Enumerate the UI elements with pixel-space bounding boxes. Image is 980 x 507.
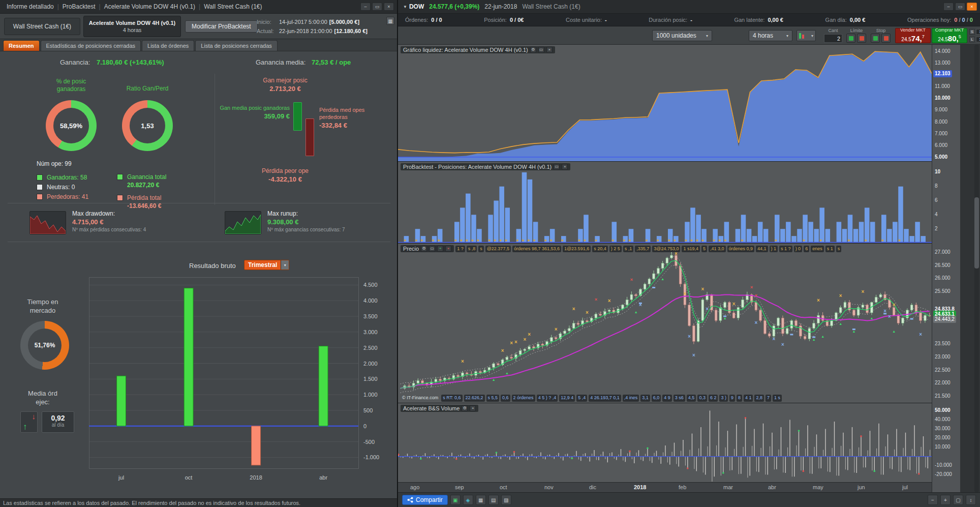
axis-label: 50.000 (935, 407, 951, 414)
svg-text:▲: ▲ (492, 378, 496, 381)
tab-lista-de-rdenes[interactable]: Lista de órdenes (142, 40, 194, 51)
account-tab[interactable]: Wall Street Cash (1€) (4, 18, 80, 35)
svg-text:▲: ▲ (892, 330, 896, 333)
titlebar-tab[interactable]: Wall Street Cash (1€) (200, 3, 265, 10)
order-chip: s 5,5 (486, 395, 500, 402)
grid-icon[interactable]: ▦ (476, 495, 486, 505)
sell-stop-button[interactable] (881, 34, 891, 43)
price-axis[interactable]: 14.00013.00012.10311.00010.0009.0008.000… (932, 45, 960, 492)
fullscreen-icon[interactable]: ▢ (953, 495, 963, 505)
svg-text:1.500: 1.500 (363, 376, 378, 382)
chart-style-select[interactable]: ▾ (797, 30, 816, 41)
positions-panel-header: ProBacktest - Posiciones: Acelerate Volu… (401, 163, 570, 170)
close-icon[interactable]: × (546, 47, 553, 53)
close-icon[interactable]: × (967, 3, 977, 11)
time-axis-label: may (813, 484, 823, 490)
screenshot-icon[interactable]: ▣ (450, 495, 461, 505)
sell-limit-button[interactable] (857, 34, 866, 43)
collapse-icon[interactable]: ▭ (554, 164, 560, 170)
tab-lista-de-posiciones-cerradas[interactable]: Lista de posiciones cerradas (195, 40, 277, 51)
maximize-icon[interactable]: ▭ (372, 3, 382, 11)
maximize-icon[interactable]: ▭ (955, 3, 965, 11)
buy-stop-button[interactable] (871, 34, 880, 43)
axis-label: 4 (935, 211, 938, 218)
order-chip: 2 órdenes (512, 395, 535, 402)
gain-candle-graphic (293, 102, 302, 131)
tab-estad-sticas-de-posiciones-cerradas[interactable]: Estadísticas de posiciones cerradas (41, 40, 141, 51)
time-axis-label: abr (768, 484, 776, 490)
time-axis[interactable]: agosepoctnovdic2018febmarabrmayjunjul (398, 482, 932, 492)
titlebar-tab[interactable]: ProBacktest (59, 3, 99, 10)
wrench-icon[interactable]: ⚙ (421, 246, 427, 252)
report-settings-icon[interactable]: ▦ (386, 17, 394, 25)
timeframe-select[interactable]: 4 horas▾ (749, 30, 792, 41)
order-chip: s RT: 0,6 (441, 395, 462, 402)
close-icon[interactable]: × (562, 164, 568, 170)
total-label: Ganancia total (127, 173, 166, 181)
quantity-select[interactable]: 1000 unidades▾ (652, 30, 712, 41)
svg-text:jul: jul (118, 474, 124, 481)
buy-limit-button[interactable] (846, 34, 855, 43)
bs-volume-chart[interactable] (398, 403, 932, 482)
sell-market-button[interactable]: Vender MKT 24.574,7 (895, 28, 931, 43)
svg-text:oct: oct (185, 474, 193, 481)
price-chart[interactable]: ×▲×▲××××××××××▲××▲×××××××▲××××××▲×▲×▲▲×▲… (398, 244, 932, 403)
svg-text:×: × (701, 286, 704, 292)
collapse-icon[interactable]: ▭ (429, 246, 435, 252)
stop-preset-input[interactable]: 10 (976, 29, 980, 35)
axis-label: 10 (935, 168, 940, 175)
scrollbar-thumb[interactable] (974, 197, 979, 269)
chevron-down-icon[interactable]: ▼ (401, 5, 409, 9)
fit-vertical-icon[interactable]: ↕ (966, 495, 976, 505)
svg-text:×: × (461, 359, 464, 364)
layout-icon[interactable]: ◈ (463, 495, 473, 505)
titlebar-tab[interactable]: Informe detallado (3, 3, 57, 10)
order-chip: enes (811, 246, 824, 252)
svg-text:×: × (528, 332, 531, 337)
info-field: Gan latente:0,00 € (734, 17, 783, 23)
wrench-icon[interactable]: ⚙ (530, 47, 536, 53)
add-indicator-icon[interactable]: + (437, 246, 443, 252)
zoom-out-icon[interactable]: − (928, 495, 938, 505)
quantity-input[interactable] (824, 34, 842, 43)
order-chip: 0,3 (697, 395, 707, 402)
close-icon[interactable]: × (384, 3, 394, 11)
order-chip: s ,1 (623, 246, 634, 252)
zoom-in-icon[interactable]: + (940, 495, 951, 505)
order-chip: 2,8 (754, 395, 764, 402)
win-rate-title: % de posicganadoras (38, 78, 104, 93)
scrollbar[interactable] (974, 45, 979, 492)
system-tab[interactable]: Acelerate Volume DOW 4H (v0.1) 4 horas (83, 16, 181, 37)
titlebar-tab[interactable]: Acelerate Volume DOW 4H (v0.1) (101, 3, 199, 10)
wrench-icon[interactable]: ⚙ (462, 405, 468, 411)
drawing-tools-icon[interactable]: ▨ (501, 495, 511, 505)
account-name: Wall Street Cash (1€) (522, 3, 580, 10)
tab-resumen[interactable]: Resumen (3, 40, 40, 51)
share-button[interactable]: Compartir (402, 495, 448, 505)
svg-text:×: × (510, 340, 513, 346)
minimize-icon[interactable]: – (360, 3, 371, 11)
minimize-icon[interactable]: – (943, 3, 954, 11)
period-select[interactable]: Trimestral▾ (244, 260, 289, 270)
positions-chart[interactable] (398, 162, 932, 243)
order-chip: ,335,7 (635, 246, 651, 252)
order-chip: © IT-Finance.com (401, 395, 440, 402)
modify-probacktest-button[interactable]: Modificar ProBacktest (185, 20, 258, 33)
limit-preset-input[interactable]: 10 (976, 37, 980, 42)
axis-label: 10.000 (935, 443, 951, 451)
legend-swatch (37, 194, 43, 200)
gross-result-chart[interactable]: 4.5004.0003.5003.0002.5002.0001.5001.000… (89, 277, 384, 487)
info-label: Gan día: (825, 17, 847, 23)
avg-orders-value-box: 0,92 al día (42, 411, 74, 433)
close-icon[interactable]: × (445, 246, 451, 252)
order-chip: 4 9 (662, 395, 672, 402)
notes-icon[interactable]: ▤ (488, 495, 499, 505)
close-icon[interactable]: × (470, 405, 476, 411)
ratio-title: Ratio Gan/Perd (116, 85, 179, 93)
liquidity-chart[interactable] (398, 45, 932, 161)
collapse-icon[interactable]: ▭ (538, 47, 544, 53)
svg-text:3.500: 3.500 (363, 313, 378, 319)
gross-result-label: Resultado bruto (189, 262, 236, 270)
buy-market-button[interactable]: Comprar MKT 24.580,5 (932, 28, 967, 43)
axis-label: 14.000 (935, 48, 951, 55)
